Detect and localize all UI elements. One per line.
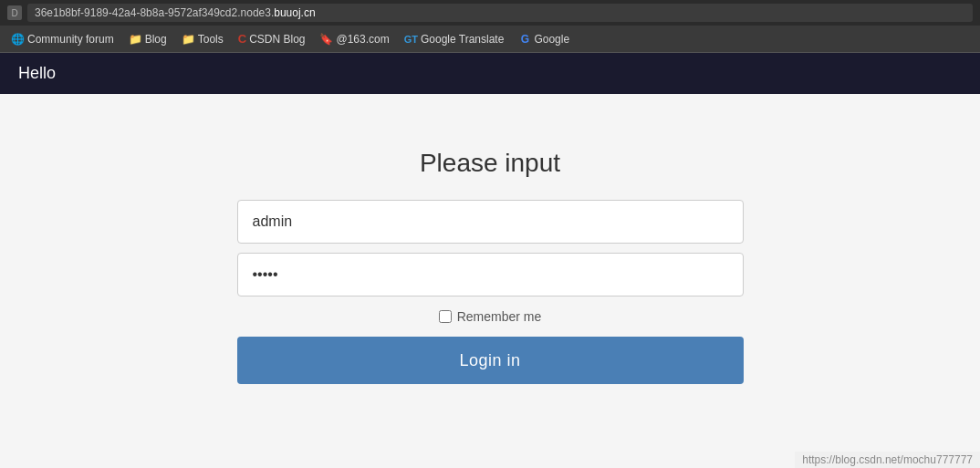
browser-url-bar[interactable]: 36e1b8bf-9189-42a4-8b8a-9572af349cd2.nod…: [27, 4, 973, 22]
bookmark-google[interactable]: G Google: [513, 31, 575, 47]
blog-folder-icon: 📁: [129, 33, 142, 46]
bookmark-163[interactable]: 🔖 @163.com: [314, 31, 394, 47]
bookmarks-bar: 🌐 Community forum 📁 Blog 📁 Tools C CSDN …: [0, 26, 980, 53]
password-input[interactable]: [237, 253, 744, 296]
url-text: 36e1b8bf-9189-42a4-8b8a-9572af349cd2.nod…: [35, 6, 316, 19]
login-form: Remember me Login in: [237, 200, 744, 384]
login-title: Please input: [420, 149, 560, 178]
bookmark-label: Community forum: [27, 33, 114, 46]
browser-favicon: D: [7, 5, 22, 20]
bookmark-tools[interactable]: 📁 Tools: [176, 31, 229, 47]
login-button[interactable]: Login in: [237, 337, 744, 384]
status-bar: https://blog.csdn.net/mochu777777: [795, 452, 980, 468]
bookmark-csdn[interactable]: C CSDN Blog: [233, 30, 311, 47]
tools-folder-icon: 📁: [182, 33, 195, 46]
bookmark-label: Google: [534, 33, 569, 46]
url-highlight: buuoj.cn: [274, 6, 315, 19]
bookmark-label: @163.com: [336, 33, 389, 46]
google-translate-icon: GT: [404, 34, 418, 45]
bookmark-label: Blog: [145, 33, 167, 46]
app-header: Hello: [0, 53, 980, 94]
163-icon: 🔖: [319, 33, 333, 46]
remember-label: Remember me: [457, 309, 542, 324]
remember-checkbox[interactable]: [439, 310, 452, 323]
bookmark-google-translate[interactable]: GT Google Translate: [399, 31, 510, 47]
main-content: Please input Remember me Login in: [0, 94, 980, 468]
csdn-icon: C: [238, 32, 246, 46]
bookmark-label: Tools: [198, 33, 224, 46]
status-url: https://blog.csdn.net/mochu777777: [802, 453, 973, 466]
browser-titlebar: D 36e1b8bf-9189-42a4-8b8a-9572af349cd2.n…: [0, 0, 980, 26]
bookmark-community-forum[interactable]: 🌐 Community forum: [5, 31, 120, 47]
bookmark-label: CSDN Blog: [249, 33, 305, 46]
community-forum-icon: 🌐: [11, 33, 25, 46]
remember-row: Remember me: [237, 306, 744, 328]
bookmark-label: Google Translate: [421, 33, 504, 46]
app-header-title: Hello: [18, 64, 56, 83]
username-input[interactable]: [237, 200, 744, 244]
google-icon: G: [518, 33, 531, 46]
bookmark-blog[interactable]: 📁 Blog: [123, 31, 172, 47]
